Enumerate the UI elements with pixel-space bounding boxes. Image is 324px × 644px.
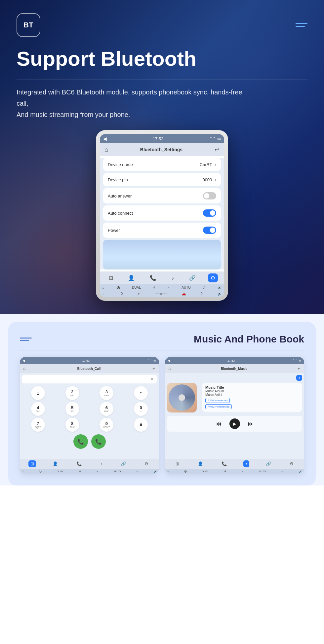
music-prev-icon[interactable]: ⏮ [216, 420, 222, 427]
settings-row-device-name[interactable]: Device name CarBT › [103, 158, 221, 171]
ac-dual-label: DUAL [132, 286, 141, 289]
ac-call-icon[interactable]: ↩ [138, 292, 140, 296]
ac-zero-right: 0 [201, 292, 203, 296]
ac-arrows-icon[interactable]: ⇌ [203, 286, 205, 289]
music-back-icon[interactable]: ◀ [168, 359, 170, 362]
nav-music-icon[interactable]: ♪ [169, 274, 177, 282]
phone-search-bar[interactable]: ✕ [22, 375, 157, 383]
music-ac-power[interactable]: ⏻ [184, 470, 186, 473]
keypad-9[interactable]: 9WXYZ [100, 418, 113, 432]
music-ac-vol[interactable]: 🔊 [299, 470, 302, 473]
phone-nav-settings-icon[interactable]: ⚙ [142, 460, 150, 467]
music-album-art [167, 383, 197, 412]
phone-nav-user-icon[interactable]: 👤 [51, 460, 60, 467]
keypad-3[interactable]: 3DEF [100, 386, 113, 400]
music-section-title: Music And Phone Book [194, 334, 304, 345]
keypad-6[interactable]: 6MNO [100, 402, 113, 416]
hero-divider [17, 80, 307, 80]
phone-nav-music-icon[interactable]: ♪ [98, 460, 104, 467]
settings-row-power[interactable]: Power [103, 223, 221, 238]
phone-ac-vol[interactable]: 🔊 [154, 470, 157, 473]
music-note-area: ♪ [167, 375, 302, 381]
ac-temp-icon[interactable]: ~ [168, 286, 170, 289]
auto-connect-toggle[interactable] [203, 209, 216, 217]
auto-answer-label: Auto answer [108, 194, 132, 198]
phone-ac-arrows[interactable]: ⇌ [136, 470, 139, 473]
music-ac-arrows[interactable]: ⇌ [281, 470, 284, 473]
keypad-star[interactable]: * [134, 386, 148, 400]
device-name-right: CarBT › [200, 162, 216, 167]
screen-titlebar: ⌂ Bluetooth_Settings ↵ [100, 143, 224, 156]
auto-connect-label: Auto connect [108, 211, 133, 216]
auto-answer-toggle[interactable] [203, 192, 216, 199]
phone-search-clear-icon[interactable]: ✕ [150, 377, 154, 381]
settings-row-auto-answer[interactable]: Auto answer [103, 188, 221, 203]
music-statusbar: ◀ 17:53 ⌃⌃ ▭ [165, 357, 304, 364]
music-next-icon[interactable]: ⏭ [248, 420, 254, 427]
power-toggle[interactable] [203, 227, 216, 234]
phone-ac-power[interactable]: ⏻ [39, 470, 41, 473]
music-section-wrapper: Music And Phone Book ◀ 17:53 ⌃⌃ ▭ ⌂ Blue… [0, 314, 324, 485]
music-nav-phone-icon[interactable]: 📞 [220, 460, 229, 467]
keypad-4[interactable]: 4GHI [31, 402, 45, 416]
phone-nav-link-icon[interactable]: 🔗 [119, 460, 128, 467]
keypad-8[interactable]: 8TUV [65, 418, 79, 432]
keypad-0[interactable]: 0+ [134, 402, 148, 416]
titlebar-back-icon[interactable]: ↵ [215, 146, 220, 153]
settings-row-device-pin[interactable]: Device pin 0000 › [103, 173, 221, 186]
music-nav-link-icon[interactable]: 🔗 [264, 460, 273, 467]
keypad-1[interactable]: 1 [31, 386, 45, 400]
music-back-nav-icon[interactable]: ↵ [298, 366, 301, 371]
keypad-2[interactable]: 2ABC [65, 386, 79, 400]
titlebar-home-icon[interactable]: ⌂ [104, 146, 108, 153]
ac-vol-down-icon[interactable]: 🔈 [218, 292, 222, 296]
ac-fan-icon[interactable]: ❄ [153, 286, 155, 289]
music-home-icon[interactable]: ⌂ [168, 366, 171, 371]
keypad-5[interactable]: 5JKL [65, 402, 79, 416]
call-button[interactable]: 📞 [73, 434, 88, 449]
music-play-icon[interactable]: ▶ [229, 418, 240, 429]
nav-settings-icon[interactable]: ⚙ [208, 273, 218, 282]
music-nav-grid-icon[interactable]: ⊞ [174, 460, 181, 467]
power-label: Power [108, 228, 120, 233]
ac-power-icon[interactable]: ⏻ [117, 286, 120, 289]
phone-ac-home[interactable]: ⌂ [22, 470, 23, 473]
hamburger-menu-icon[interactable] [296, 23, 307, 27]
music-menu-icon[interactable] [20, 338, 32, 341]
music-nav-user-icon[interactable]: 👤 [196, 460, 205, 467]
statusbar-back-icon[interactable]: ◀ [103, 136, 107, 141]
phone-time: 17:53 [82, 359, 90, 362]
music-nav-music-icon[interactable]: ♪ [243, 460, 250, 467]
music-titlebar: ⌂ Bluetooth_Music ↵ [165, 364, 304, 373]
avrcp-badge: AVRCP connected [205, 404, 232, 409]
ac-back-icon[interactable]: ← [102, 292, 106, 296]
ac-vol-up-icon[interactable]: 🔊 [218, 286, 222, 289]
keypad-7[interactable]: 7PQRS [31, 418, 45, 432]
phone-home-icon[interactable]: ⌂ [23, 366, 25, 371]
music-title-label: Bluetooth_Music [221, 367, 248, 371]
phone-ac-auto: AUTO [113, 470, 121, 473]
music-ac-dual: DUAL [202, 470, 209, 473]
music-controls: ⏮ ▶ ⏭ [167, 416, 302, 432]
phone-ac-fan[interactable]: ❄ [79, 470, 81, 473]
phone-nav-grid-icon[interactable]: ⊞ [28, 460, 36, 467]
phone-back-nav-icon[interactable]: ↵ [152, 366, 156, 371]
music-ac-home[interactable]: ⌂ [167, 470, 169, 473]
ac-home-icon[interactable]: ⌂ [102, 286, 104, 289]
statusbar-battery-icon: ▭ [217, 136, 221, 141]
device-screen: ◀ 17:53 ⌃⌃ ▭ ⌂ Bluetooth_Settings ↵ [100, 134, 224, 297]
end-call-button[interactable]: 📞 [91, 434, 106, 449]
phone-nav-bar: ⊞ 👤 📞 ♪ 🔗 ⚙ [20, 459, 159, 469]
phone-back-icon[interactable]: ◀ [22, 359, 25, 362]
album-circle [169, 384, 195, 411]
nav-user-icon[interactable]: 👤 [125, 273, 137, 282]
nav-phone-icon[interactable]: 📞 [147, 273, 159, 282]
keypad-hash[interactable]: # [134, 418, 148, 432]
screen-nav-bar: ⊞ 👤 📞 ♪ 🔗 ⚙ [100, 271, 224, 284]
phone-nav-phone-icon[interactable]: 📞 [74, 460, 84, 467]
settings-row-auto-connect[interactable]: Auto connect [103, 205, 221, 221]
nav-grid-icon[interactable]: ⊞ [106, 273, 116, 282]
music-ac-fan[interactable]: ❄ [224, 470, 226, 473]
nav-link-icon[interactable]: 🔗 [186, 273, 198, 282]
music-nav-settings-icon[interactable]: ⚙ [288, 460, 296, 467]
